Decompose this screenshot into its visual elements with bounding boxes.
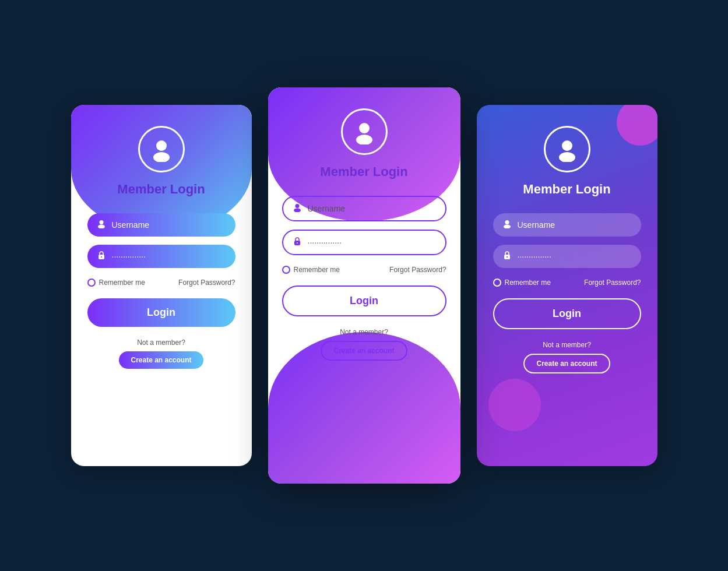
login-card-3: Member Login Username bbox=[477, 105, 657, 466]
card3-avatar bbox=[544, 126, 590, 172]
card3-username-label: Username bbox=[518, 220, 632, 230]
card3-password-dots: ··············· bbox=[518, 252, 632, 261]
card1-password-dots: ··············· bbox=[112, 252, 226, 261]
card3-user-field-icon bbox=[502, 219, 512, 231]
card1-username-input[interactable]: Username bbox=[87, 213, 235, 237]
card3-password-input[interactable]: ··············· bbox=[493, 245, 641, 268]
card3-not-member: Not a member? bbox=[543, 341, 591, 349]
card1-title: Member Login bbox=[117, 182, 205, 197]
card1-login-button[interactable]: Login bbox=[87, 298, 235, 327]
card2-password-input[interactable]: ··············· bbox=[282, 230, 446, 255]
card2-radio[interactable] bbox=[282, 266, 290, 274]
card3-login-button[interactable]: Login bbox=[493, 298, 641, 329]
card3-remember-me[interactable]: Remember me bbox=[493, 279, 551, 287]
card1-forgot-password[interactable]: Forgot Password? bbox=[178, 279, 235, 287]
card1-options-row: Remember me Forgot Password? bbox=[87, 279, 235, 287]
card2-lock-icon bbox=[293, 237, 302, 248]
card2-avatar bbox=[341, 108, 388, 155]
svg-point-3 bbox=[98, 225, 105, 229]
card3-content: Member Login Username bbox=[477, 105, 657, 391]
card2-username-label: Username bbox=[308, 204, 436, 213]
svg-point-5 bbox=[101, 256, 102, 258]
card3-lock-icon bbox=[502, 251, 512, 262]
card1-remember-label: Remember me bbox=[99, 279, 145, 287]
card2-title: Member Login bbox=[320, 164, 407, 179]
card3-title: Member Login bbox=[523, 182, 610, 197]
card1-username-label: Username bbox=[112, 220, 226, 230]
card3-forgot-password[interactable]: Forgot Password? bbox=[584, 279, 641, 287]
card2-login-button[interactable]: Login bbox=[282, 286, 446, 316]
cards-container: Member Login Username bbox=[71, 87, 657, 484]
card2-not-member: Not a member? bbox=[340, 328, 388, 336]
card1-password-input[interactable]: ··············· bbox=[87, 245, 235, 268]
card1-lock-icon bbox=[97, 251, 106, 262]
card1-remember-me[interactable]: Remember me bbox=[87, 279, 145, 287]
svg-point-14 bbox=[505, 220, 509, 224]
card3-options-row: Remember me Forgot Password? bbox=[493, 279, 641, 287]
login-card-1: Member Login Username bbox=[71, 105, 252, 466]
card2-remember-me[interactable]: Remember me bbox=[282, 266, 340, 274]
svg-point-2 bbox=[99, 220, 103, 224]
card3-user-icon bbox=[554, 136, 580, 162]
svg-point-9 bbox=[294, 209, 301, 213]
card1-user-icon bbox=[149, 136, 174, 162]
card1-create-account-button[interactable]: Create an account bbox=[119, 351, 203, 369]
card2-options-row: Remember me Forgot Password? bbox=[282, 266, 446, 274]
card3-radio[interactable] bbox=[493, 279, 501, 287]
svg-point-17 bbox=[507, 256, 508, 258]
card2-forgot-password[interactable]: Forgot Password? bbox=[389, 266, 446, 274]
svg-point-0 bbox=[156, 140, 167, 151]
card2-password-dots: ··············· bbox=[308, 238, 436, 247]
card2-create-account-button[interactable]: Create an account bbox=[321, 341, 407, 361]
card1-content: Member Login Username bbox=[71, 105, 252, 386]
card2-user-icon bbox=[351, 119, 377, 144]
svg-point-1 bbox=[153, 152, 170, 162]
svg-point-15 bbox=[504, 225, 511, 229]
svg-point-6 bbox=[359, 123, 370, 133]
svg-point-13 bbox=[559, 152, 575, 162]
card1-user-field-icon bbox=[97, 219, 106, 231]
svg-point-8 bbox=[295, 204, 299, 208]
svg-point-11 bbox=[297, 242, 298, 244]
card3-remember-label: Remember me bbox=[505, 279, 551, 287]
card2-user-field-icon bbox=[293, 203, 302, 214]
svg-point-7 bbox=[356, 135, 372, 144]
login-card-2: Member Login Username bbox=[268, 87, 460, 484]
card1-not-member: Not a member? bbox=[137, 339, 185, 347]
card1-radio[interactable] bbox=[87, 279, 96, 287]
card2-content: Member Login Username bbox=[268, 87, 460, 378]
card2-username-input[interactable]: Username bbox=[282, 196, 446, 221]
card1-avatar bbox=[138, 126, 185, 172]
card3-username-input[interactable]: Username bbox=[493, 213, 641, 237]
card3-create-account-button[interactable]: Create an account bbox=[523, 354, 610, 373]
svg-point-12 bbox=[562, 140, 572, 151]
card2-remember-label: Remember me bbox=[294, 266, 340, 274]
